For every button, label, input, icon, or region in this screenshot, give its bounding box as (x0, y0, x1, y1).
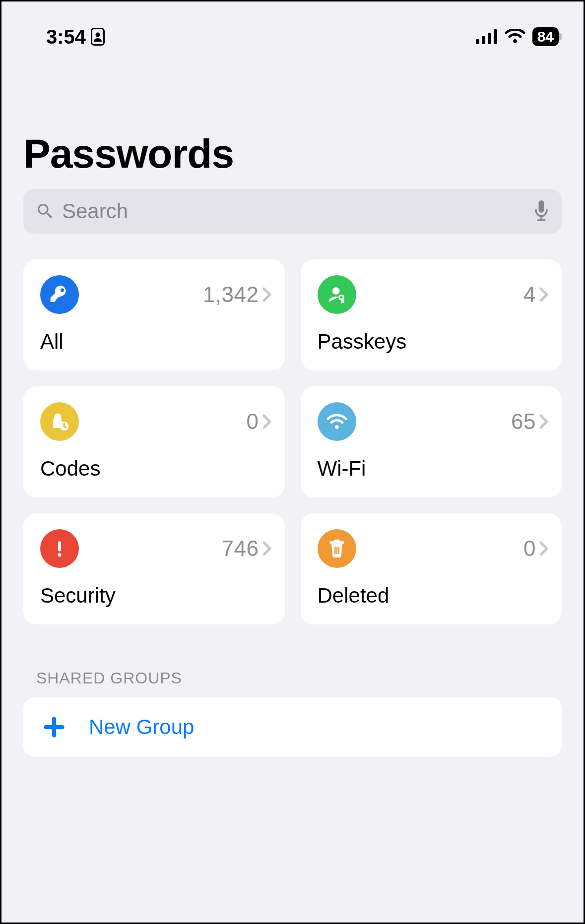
lock-clock-icon (40, 402, 79, 441)
svg-point-1 (96, 33, 100, 37)
svg-rect-5 (494, 29, 497, 44)
status-indicators: 84 (476, 27, 559, 46)
status-bar: 3:54 84 (1, 1, 584, 61)
card-passkeys[interactable]: 4 Passkeys (301, 259, 562, 370)
card-wifi[interactable]: 65 Wi-Fi (301, 386, 562, 497)
svg-point-14 (58, 553, 61, 556)
chevron-right-icon (262, 287, 272, 303)
card-security[interactable]: 746 Security (23, 513, 285, 624)
wifi-icon (505, 29, 525, 44)
svg-rect-4 (488, 33, 491, 44)
card-wifi-count: 65 (511, 409, 536, 434)
category-grid: 1,342 All 4 Passkeys (1, 259, 584, 624)
svg-rect-6 (539, 200, 544, 213)
card-all-label: All (40, 330, 272, 354)
search-placeholder: Search (62, 199, 526, 223)
card-deleted[interactable]: 0 Deleted (301, 513, 562, 624)
id-card-icon (91, 28, 105, 46)
svg-rect-2 (476, 39, 479, 44)
trash-icon (318, 529, 356, 568)
svg-rect-3 (482, 36, 485, 44)
person-key-icon (318, 275, 356, 314)
card-deleted-label: Deleted (318, 584, 549, 608)
chevron-right-icon (539, 287, 549, 303)
status-time-wrap: 3:54 (46, 26, 105, 48)
card-codes[interactable]: 0 Codes (23, 386, 285, 497)
card-codes-label: Codes (40, 457, 272, 481)
status-time: 3:54 (46, 26, 86, 48)
card-security-label: Security (40, 584, 272, 608)
search-input[interactable]: Search (23, 189, 562, 234)
card-wifi-label: Wi-Fi (318, 457, 549, 481)
card-passkeys-count: 4 (523, 282, 536, 307)
battery-indicator: 84 (532, 27, 559, 46)
microphone-icon[interactable] (533, 200, 550, 222)
svg-rect-13 (58, 541, 61, 551)
card-passkeys-label: Passkeys (318, 330, 549, 354)
plus-icon (43, 716, 65, 738)
search-icon (35, 201, 55, 221)
chevron-right-icon (262, 541, 272, 556)
shared-groups-header: SHARED GROUPS (1, 624, 584, 697)
svg-rect-16 (334, 540, 339, 543)
chevron-right-icon (539, 541, 549, 556)
card-all-count: 1,342 (203, 282, 259, 307)
chevron-right-icon (262, 414, 272, 430)
alert-icon (40, 529, 79, 568)
new-group-label: New Group (89, 715, 194, 739)
svg-point-10 (339, 295, 343, 299)
page-title: Passwords (1, 61, 584, 189)
card-all[interactable]: 1,342 All (23, 259, 285, 370)
card-security-count: 746 (222, 536, 259, 561)
card-deleted-count: 0 (523, 536, 536, 561)
wifi-icon (318, 402, 356, 441)
key-icon (40, 275, 79, 314)
svg-point-9 (332, 287, 339, 295)
cellular-icon (476, 29, 498, 44)
card-codes-count: 0 (247, 409, 259, 434)
chevron-right-icon (539, 414, 549, 430)
new-group-button[interactable]: New Group (23, 697, 562, 757)
